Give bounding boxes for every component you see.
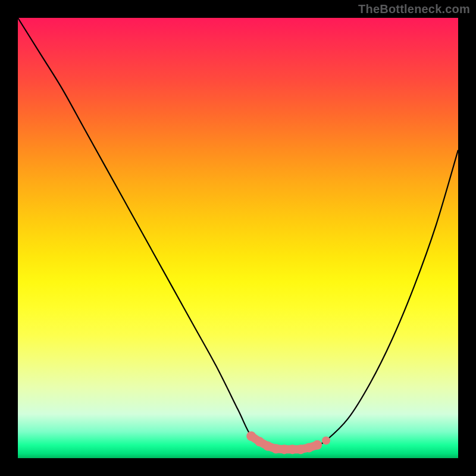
svg-point-2 <box>263 441 273 451</box>
svg-point-3 <box>271 444 281 453</box>
svg-point-8 <box>312 440 322 450</box>
isolated-point <box>322 436 330 444</box>
plot-area <box>18 18 458 458</box>
curve-path <box>18 18 458 450</box>
svg-point-0 <box>246 431 256 441</box>
svg-point-6 <box>296 444 305 454</box>
svg-point-7 <box>304 443 314 452</box>
chart-stage: TheBottleneck.com <box>0 0 476 476</box>
svg-point-1 <box>255 437 264 446</box>
chart-svg <box>18 18 458 458</box>
svg-point-5 <box>288 444 298 454</box>
watermark-text: TheBottleneck.com <box>358 2 470 16</box>
segmented-band <box>246 431 322 454</box>
svg-point-4 <box>280 444 289 454</box>
